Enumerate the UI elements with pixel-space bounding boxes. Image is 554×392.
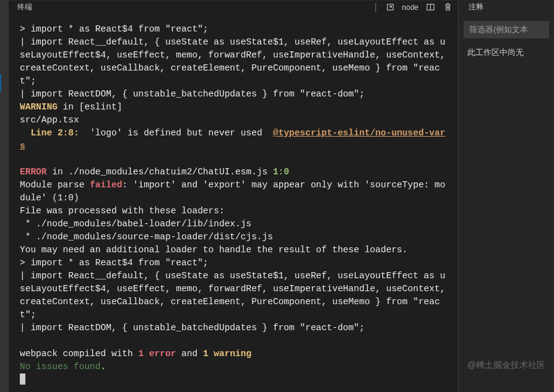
terminal-panel-header: 终端 | node — [9, 0, 458, 14]
error-position: 1:0 — [267, 167, 289, 177]
terminal-output[interactable]: > import * as React$4 from "react"; | im… — [9, 14, 458, 392]
warning-count: 1 warning — [203, 349, 251, 359]
output-line: You may need an additional loader to han… — [20, 245, 408, 255]
line-location: Line 2:8: — [20, 128, 79, 138]
warning-label: WARNING — [20, 102, 58, 112]
error-file: ./node_modules/chatuim2/ChatUI.esm.js — [68, 167, 267, 177]
output-text: in [eslint] — [58, 102, 122, 112]
error-count: 1 error — [138, 349, 176, 359]
terminal-cursor — [20, 373, 25, 385]
comments-panel-title[interactable]: 注释 — [469, 2, 483, 12]
output-line: * ./node_modules/source-map-loader/dist/… — [20, 232, 273, 242]
comments-panel: 注释 筛选器(例如文本 此工作区中尚无 — [458, 0, 554, 392]
error-label: ERROR — [20, 167, 47, 177]
output-text: in — [47, 167, 69, 177]
terminal-process-name[interactable]: node — [402, 3, 418, 12]
output-text: Module parse — [20, 180, 90, 190]
output-line: | import React__default, { useState as u… — [20, 271, 451, 320]
comments-panel-header: 注释 — [459, 0, 554, 14]
filter-placeholder: 筛选器(例如文本 — [469, 24, 528, 35]
no-issues-text: No issues found — [20, 362, 101, 372]
comments-filter-input[interactable]: 筛选器(例如文本 — [464, 21, 549, 38]
terminal-panel-title[interactable]: 终端 — [17, 2, 32, 12]
output-text: and — [176, 349, 203, 359]
output-line: File was processed with these loaders: — [20, 206, 225, 216]
output-line: > import * as React$4 from "react"; — [20, 24, 209, 34]
separator: | — [373, 2, 379, 12]
activity-bar — [0, 0, 9, 392]
output-line: | import ReactDOM, { unstable_batchedUpd… — [20, 323, 365, 333]
launch-profile-icon[interactable] — [384, 2, 396, 13]
active-view-marker — [0, 74, 1, 92]
failed-label: failed — [90, 180, 122, 190]
output-line: * ./node_modules/babel-loader/lib/index.… — [20, 219, 251, 229]
output-line: | import ReactDOM, { unstable_batchedUpd… — [20, 89, 365, 99]
split-terminal-icon[interactable] — [425, 2, 436, 13]
output-line: src/App.tsx — [20, 115, 79, 125]
output-line: > import * as React$4 from "react"; — [20, 258, 209, 268]
output-text: 'logo' is defined but never used — [79, 128, 273, 138]
output-line: | import React__default, { useState as u… — [20, 37, 451, 86]
dot-text: . — [101, 362, 106, 372]
main-area: 终端 | node > import * as React$4 from "re… — [9, 0, 458, 392]
comments-empty-message: 此工作区中尚无 — [459, 38, 554, 58]
trash-icon[interactable] — [442, 2, 453, 13]
output-text: webpack compiled with — [20, 349, 138, 359]
